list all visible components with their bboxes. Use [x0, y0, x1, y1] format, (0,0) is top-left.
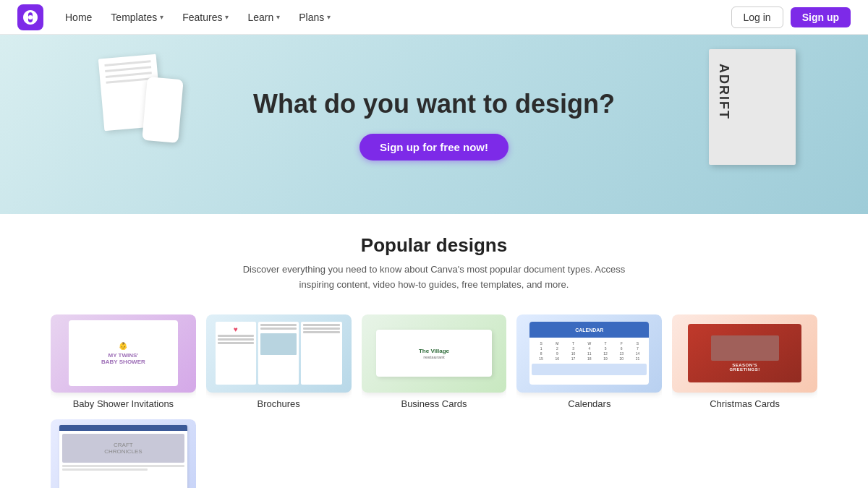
card-facebook[interactable]: CRAFTCHRONICLES Facebook	[51, 419, 196, 488]
nav-templates[interactable]: Templates ▾	[103, 7, 171, 27]
card-thumb-christmas-cards: SEASON'SGREETINGS!	[672, 314, 817, 393]
card-baby-shower[interactable]: 👶 MY TWINS' BABY SHOWER Baby Shower Invi…	[51, 314, 196, 409]
chevron-down-icon: ▾	[327, 13, 331, 21]
navigation: Home Templates ▾ Features ▾ Learn ▾ Plan…	[0, 0, 868, 35]
nav-actions: Log in Sign up	[731, 7, 851, 28]
card-thumb-baby-shower: 👶 MY TWINS' BABY SHOWER	[51, 314, 196, 393]
cards-grid-row1: 👶 MY TWINS' BABY SHOWER Baby Shower Invi…	[0, 314, 868, 488]
card-thumb-calendars: CALENDAR SMTWTFS 1234567 891011121314 15…	[516, 314, 662, 393]
popular-title: Popular designs	[51, 234, 817, 257]
canva-logo[interactable]	[17, 4, 43, 30]
chevron-down-icon: ▾	[160, 13, 163, 21]
card-label-business-cards: Business Cards	[362, 398, 507, 409]
card-label-brochures: Brochures	[206, 398, 352, 409]
hero-content: What do you want to design? Sign up for …	[253, 88, 615, 160]
nav-links: Home Templates ▾ Features ▾ Learn ▾ Plan…	[58, 7, 731, 27]
popular-section: Popular designs Discover everything you …	[0, 214, 868, 314]
hero-phone-deco	[142, 77, 183, 143]
hero-title: What do you want to design?	[253, 88, 615, 119]
nav-plans[interactable]: Plans ▾	[292, 7, 338, 27]
nav-home[interactable]: Home	[58, 7, 99, 27]
card-thumb-business-cards: The Village restaurant	[362, 314, 507, 393]
card-thumb-brochures: ♥	[206, 314, 352, 393]
nav-features[interactable]: Features ▾	[175, 7, 236, 27]
card-business-cards[interactable]: The Village restaurant Business Cards	[362, 314, 507, 409]
popular-description: Discover everything you need to know abo…	[231, 262, 637, 293]
card-calendars[interactable]: CALENDAR SMTWTFS 1234567 891011121314 15…	[516, 314, 662, 409]
chevron-down-icon: ▾	[225, 13, 229, 21]
hero-cta-button[interactable]: Sign up for free now!	[359, 134, 509, 160]
hero-section: What do you want to design? Sign up for …	[0, 35, 868, 214]
chevron-down-icon: ▾	[276, 13, 280, 21]
card-label-calendars: Calendars	[516, 398, 662, 409]
hero-book-deco	[709, 49, 796, 165]
nav-learn[interactable]: Learn ▾	[240, 7, 287, 27]
card-brochures[interactable]: ♥ Brochures	[206, 314, 352, 409]
login-button[interactable]: Log in	[731, 7, 783, 28]
card-label-baby-shower: Baby Shower Invitations	[51, 398, 196, 409]
card-christmas-cards[interactable]: SEASON'SGREETINGS! Christmas Cards	[672, 314, 817, 409]
svg-point-1	[28, 15, 33, 20]
signup-button[interactable]: Sign up	[791, 7, 851, 27]
card-label-christmas-cards: Christmas Cards	[672, 398, 817, 409]
card-thumb-facebook: CRAFTCHRONICLES	[51, 419, 196, 488]
